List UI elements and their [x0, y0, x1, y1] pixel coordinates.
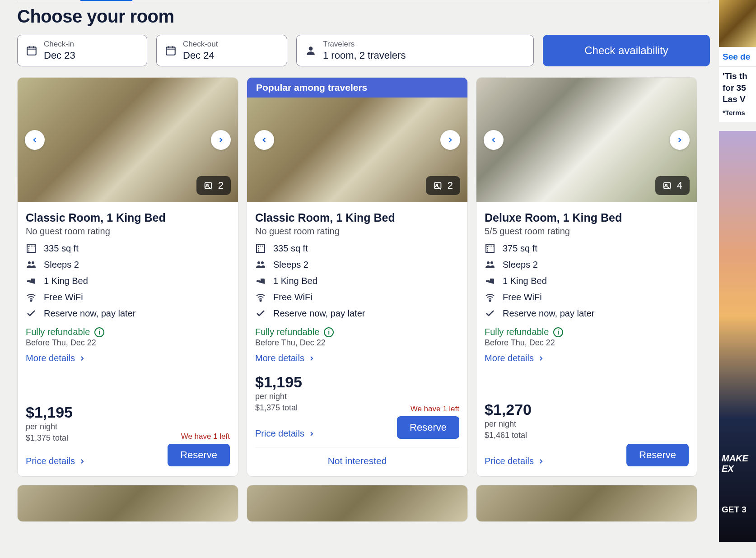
- svg-point-13: [261, 261, 264, 264]
- room-image[interactable]: [476, 485, 697, 521]
- checkin-label: Check-in: [44, 40, 75, 49]
- svg-rect-17: [486, 244, 494, 252]
- ad-banner[interactable]: MAKEEX GET 3: [719, 131, 756, 542]
- feature-text: 335 sq ft: [273, 243, 308, 254]
- not-interested-link[interactable]: Not interested: [255, 447, 459, 476]
- prev-image-button[interactable]: [25, 130, 45, 150]
- photo-count-badge[interactable]: 4: [655, 176, 690, 195]
- rooms-grid: 2 Classic Room, 1 King Bed No guest room…: [17, 77, 710, 522]
- divider: [17, 2, 710, 2]
- room-card: Popular among travelers 2 Classic Room, …: [247, 77, 468, 477]
- room-image[interactable]: [18, 485, 238, 521]
- people-icon: [485, 259, 495, 270]
- scarcity-text: We have 1 left: [411, 405, 459, 414]
- feature-text: 1 King Bed: [44, 276, 88, 286]
- svg-point-14: [260, 300, 261, 302]
- check-icon: [485, 308, 495, 319]
- prev-image-button[interactable]: [484, 130, 504, 150]
- svg-point-8: [31, 300, 32, 302]
- room-card: [476, 485, 697, 522]
- svg-point-18: [487, 261, 490, 264]
- price-details-link[interactable]: Price details: [26, 456, 86, 466]
- room-image[interactable]: Popular among travelers 2: [247, 78, 467, 202]
- next-image-button[interactable]: [670, 130, 690, 150]
- price: $1,270: [485, 401, 689, 418]
- price-unit: per night: [26, 421, 230, 432]
- price-unit: per night: [255, 391, 459, 402]
- refund-deadline: Before Thu, Dec 22: [485, 338, 689, 348]
- room-card: 4 Deluxe Room, 1 King Bed 5/5 guest room…: [476, 77, 697, 477]
- checkout-value: Dec 24: [183, 50, 218, 61]
- room-card: 2 Classic Room, 1 King Bed No guest room…: [17, 77, 238, 477]
- refund-policy: Fully refundable: [255, 327, 319, 337]
- svg-rect-11: [257, 244, 265, 252]
- more-details-link[interactable]: More details: [485, 353, 689, 363]
- calendar-icon: [165, 45, 177, 56]
- check-availability-button[interactable]: Check availability: [543, 35, 710, 66]
- price-details-link[interactable]: Price details: [255, 428, 315, 439]
- svg-rect-1: [166, 47, 175, 55]
- next-image-button[interactable]: [440, 130, 460, 150]
- photo-count-value: 2: [218, 180, 224, 191]
- feature-text: Reserve now, pay later: [44, 308, 135, 319]
- svg-point-20: [490, 300, 491, 302]
- photo-count-badge[interactable]: 2: [426, 176, 460, 195]
- reserve-button[interactable]: Reserve: [168, 444, 230, 466]
- info-icon[interactable]: i: [553, 327, 563, 337]
- svg-point-19: [490, 261, 493, 264]
- photo-count-value: 4: [677, 180, 682, 191]
- travelers-field[interactable]: Travelers 1 room, 2 travelers: [296, 35, 534, 66]
- wifi-icon: [26, 292, 37, 302]
- prev-image-button[interactable]: [254, 130, 274, 150]
- see-deal-link[interactable]: See de: [719, 47, 756, 66]
- travelers-value: 1 room, 2 travelers: [323, 50, 406, 61]
- search-bar: Check-in Dec 23 Check-out Dec 24 Travele…: [17, 35, 710, 66]
- feature-text: Free WiFi: [44, 292, 83, 302]
- info-icon[interactable]: i: [324, 327, 334, 337]
- promo-text: 'Tis th for 35 Las V: [719, 66, 756, 109]
- checkin-field[interactable]: Check-in Dec 23: [17, 35, 147, 66]
- feature-text: Free WiFi: [273, 292, 313, 302]
- feature-text: 1 King Bed: [503, 276, 547, 286]
- refund-deadline: Before Thu, Dec 22: [255, 338, 459, 348]
- feature-text: 335 sq ft: [44, 243, 79, 254]
- ad-text: MAKEEX: [722, 453, 748, 474]
- room-image[interactable]: 2: [18, 78, 238, 202]
- more-details-link[interactable]: More details: [255, 353, 459, 363]
- feature-text: Free WiFi: [503, 292, 542, 302]
- photo-count-badge[interactable]: 2: [196, 176, 231, 195]
- room-title: Classic Room, 1 King Bed: [26, 211, 230, 224]
- next-image-button[interactable]: [211, 130, 231, 150]
- wifi-icon: [485, 292, 495, 302]
- svg-point-7: [32, 261, 34, 264]
- room-card: [247, 485, 468, 522]
- room-rating: No guest room rating: [255, 226, 459, 237]
- room-title: Classic Room, 1 King Bed: [255, 211, 459, 224]
- bed-icon: [255, 275, 266, 286]
- svg-rect-5: [27, 244, 35, 252]
- travelers-label: Travelers: [323, 40, 406, 49]
- reserve-button[interactable]: Reserve: [397, 416, 459, 439]
- refund-deadline: Before Thu, Dec 22: [26, 338, 230, 348]
- ad-banner[interactable]: [719, 0, 756, 47]
- bed-icon: [485, 275, 495, 286]
- feature-text: Reserve now, pay later: [503, 308, 594, 319]
- price: $1,195: [255, 373, 459, 391]
- photo-count-value: 2: [448, 180, 453, 191]
- wifi-icon: [255, 292, 266, 302]
- room-title: Deluxe Room, 1 King Bed: [485, 211, 689, 224]
- area-icon: [255, 243, 266, 254]
- checkout-field[interactable]: Check-out Dec 24: [156, 35, 287, 66]
- price-unit: per night: [485, 418, 689, 430]
- more-details-link[interactable]: More details: [26, 353, 230, 363]
- room-image[interactable]: [247, 485, 467, 521]
- room-card: [17, 485, 238, 522]
- room-image[interactable]: 4: [476, 78, 697, 202]
- feature-text: Sleeps 2: [273, 260, 308, 270]
- feature-text: Sleeps 2: [503, 260, 538, 270]
- price-details-link[interactable]: Price details: [485, 456, 545, 466]
- price-total: $1,375 total: [255, 402, 298, 414]
- reserve-button[interactable]: Reserve: [626, 444, 689, 466]
- info-icon[interactable]: i: [94, 327, 104, 337]
- svg-point-6: [28, 261, 31, 264]
